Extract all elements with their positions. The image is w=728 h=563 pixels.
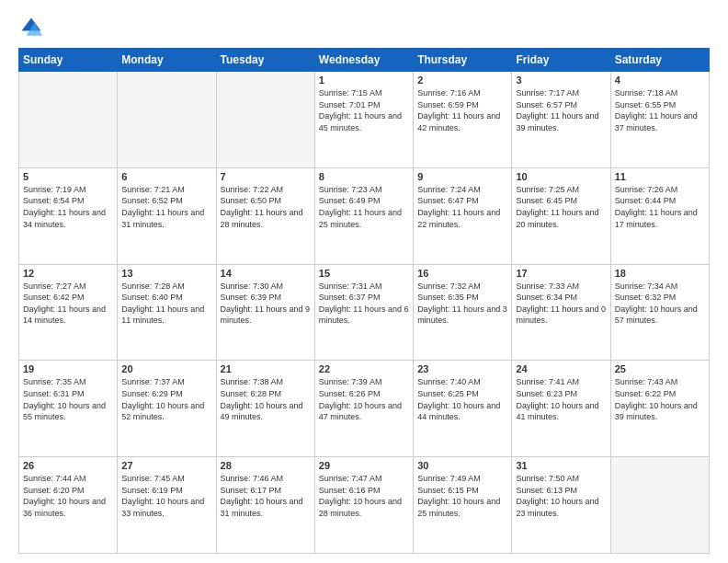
calendar-day: 9 Sunrise: 7:24 AM Sunset: 6:47 PM Dayli…: [414, 167, 512, 264]
day-info: Sunrise: 7:37 AM Sunset: 6:29 PM Dayligh…: [121, 376, 211, 422]
day-info: Sunrise: 7:15 AM Sunset: 7:01 PM Dayligh…: [319, 87, 409, 133]
calendar-day: 16 Sunrise: 7:32 AM Sunset: 6:35 PM Dayl…: [414, 264, 512, 361]
calendar-day: 7 Sunrise: 7:22 AM Sunset: 6:50 PM Dayli…: [216, 167, 314, 264]
calendar-week-3: 12 Sunrise: 7:27 AM Sunset: 6:42 PM Dayl…: [19, 264, 710, 361]
day-number: 18: [615, 268, 705, 279]
day-info: Sunrise: 7:45 AM Sunset: 6:19 PM Dayligh…: [121, 473, 211, 519]
calendar-week-5: 26 Sunrise: 7:44 AM Sunset: 6:20 PM Dayl…: [19, 457, 710, 554]
day-info: Sunrise: 7:23 AM Sunset: 6:49 PM Dayligh…: [319, 184, 409, 230]
calendar-day: [610, 457, 709, 554]
calendar-day: [19, 72, 118, 168]
calendar-day: 12 Sunrise: 7:27 AM Sunset: 6:42 PM Dayl…: [19, 264, 118, 361]
page: SundayMondayTuesdayWednesdayThursdayFrid…: [0, 0, 728, 563]
header: [18, 15, 710, 40]
day-number: 15: [319, 268, 409, 279]
day-info: Sunrise: 7:21 AM Sunset: 6:52 PM Dayligh…: [121, 184, 211, 230]
day-info: Sunrise: 7:47 AM Sunset: 6:16 PM Dayligh…: [319, 473, 409, 519]
day-info: Sunrise: 7:50 AM Sunset: 6:13 PM Dayligh…: [516, 473, 606, 519]
calendar-header-thursday: Thursday: [414, 49, 512, 72]
calendar-day: [216, 72, 314, 168]
calendar-day: 27 Sunrise: 7:45 AM Sunset: 6:19 PM Dayl…: [118, 457, 216, 554]
day-number: 4: [615, 75, 705, 86]
day-info: Sunrise: 7:32 AM Sunset: 6:35 PM Dayligh…: [417, 281, 507, 327]
day-info: Sunrise: 7:28 AM Sunset: 6:40 PM Dayligh…: [121, 281, 211, 327]
calendar-day: 4 Sunrise: 7:18 AM Sunset: 6:55 PM Dayli…: [610, 72, 709, 168]
calendar-day: 25 Sunrise: 7:43 AM Sunset: 6:22 PM Dayl…: [610, 361, 709, 457]
day-number: 31: [516, 460, 606, 471]
day-number: 11: [615, 171, 705, 182]
calendar-day: 8 Sunrise: 7:23 AM Sunset: 6:49 PM Dayli…: [314, 167, 413, 264]
calendar-day: 29 Sunrise: 7:47 AM Sunset: 6:16 PM Dayl…: [314, 457, 413, 554]
day-info: Sunrise: 7:16 AM Sunset: 6:59 PM Dayligh…: [417, 87, 507, 133]
day-number: 8: [319, 171, 409, 182]
calendar-day: 20 Sunrise: 7:37 AM Sunset: 6:29 PM Dayl…: [118, 361, 216, 457]
day-number: 12: [23, 268, 113, 279]
calendar-day: 11 Sunrise: 7:26 AM Sunset: 6:44 PM Dayl…: [610, 167, 709, 264]
day-number: 26: [23, 460, 113, 471]
day-number: 28: [221, 460, 311, 471]
day-number: 25: [615, 363, 705, 374]
day-number: 23: [417, 363, 507, 374]
day-info: Sunrise: 7:49 AM Sunset: 6:15 PM Dayligh…: [417, 473, 507, 519]
calendar-header-friday: Friday: [512, 49, 610, 72]
day-info: Sunrise: 7:17 AM Sunset: 6:57 PM Dayligh…: [516, 87, 606, 133]
calendar-day: 24 Sunrise: 7:41 AM Sunset: 6:23 PM Dayl…: [512, 361, 610, 457]
calendar-day: 28 Sunrise: 7:46 AM Sunset: 6:17 PM Dayl…: [216, 457, 314, 554]
calendar-header-saturday: Saturday: [610, 49, 709, 72]
calendar-day: 1 Sunrise: 7:15 AM Sunset: 7:01 PM Dayli…: [314, 72, 413, 168]
day-info: Sunrise: 7:44 AM Sunset: 6:20 PM Dayligh…: [23, 473, 113, 519]
day-info: Sunrise: 7:24 AM Sunset: 6:47 PM Dayligh…: [417, 184, 507, 230]
calendar-header-sunday: Sunday: [19, 49, 118, 72]
day-info: Sunrise: 7:39 AM Sunset: 6:26 PM Dayligh…: [319, 376, 409, 422]
calendar-day: 17 Sunrise: 7:33 AM Sunset: 6:34 PM Dayl…: [512, 264, 610, 361]
day-number: 2: [417, 75, 507, 86]
day-number: 30: [417, 460, 507, 471]
calendar-week-4: 19 Sunrise: 7:35 AM Sunset: 6:31 PM Dayl…: [19, 361, 710, 457]
calendar-week-2: 5 Sunrise: 7:19 AM Sunset: 6:54 PM Dayli…: [19, 167, 710, 264]
calendar-table: SundayMondayTuesdayWednesdayThursdayFrid…: [18, 48, 710, 554]
calendar-day: 19 Sunrise: 7:35 AM Sunset: 6:31 PM Dayl…: [19, 361, 118, 457]
calendar-header-monday: Monday: [118, 49, 216, 72]
calendar-day: 14 Sunrise: 7:30 AM Sunset: 6:39 PM Dayl…: [216, 264, 314, 361]
day-info: Sunrise: 7:31 AM Sunset: 6:37 PM Dayligh…: [319, 281, 409, 327]
day-info: Sunrise: 7:19 AM Sunset: 6:54 PM Dayligh…: [23, 184, 113, 230]
day-number: 20: [121, 363, 211, 374]
calendar-day: 15 Sunrise: 7:31 AM Sunset: 6:37 PM Dayl…: [314, 264, 413, 361]
day-number: 7: [221, 171, 311, 182]
day-number: 5: [23, 171, 113, 182]
day-info: Sunrise: 7:35 AM Sunset: 6:31 PM Dayligh…: [23, 376, 113, 422]
calendar-day: 31 Sunrise: 7:50 AM Sunset: 6:13 PM Dayl…: [512, 457, 610, 554]
day-number: 27: [121, 460, 211, 471]
calendar-header-row: SundayMondayTuesdayWednesdayThursdayFrid…: [19, 49, 710, 72]
calendar-day: 23 Sunrise: 7:40 AM Sunset: 6:25 PM Dayl…: [414, 361, 512, 457]
logo: [18, 15, 48, 40]
calendar-day: 26 Sunrise: 7:44 AM Sunset: 6:20 PM Dayl…: [19, 457, 118, 554]
day-number: 3: [516, 75, 606, 86]
logo-icon: [18, 15, 44, 40]
day-info: Sunrise: 7:33 AM Sunset: 6:34 PM Dayligh…: [516, 281, 606, 327]
calendar-day: 22 Sunrise: 7:39 AM Sunset: 6:26 PM Dayl…: [314, 361, 413, 457]
day-info: Sunrise: 7:34 AM Sunset: 6:32 PM Dayligh…: [615, 281, 705, 327]
day-info: Sunrise: 7:22 AM Sunset: 6:50 PM Dayligh…: [221, 184, 311, 230]
day-number: 29: [319, 460, 409, 471]
day-number: 14: [221, 268, 311, 279]
day-info: Sunrise: 7:30 AM Sunset: 6:39 PM Dayligh…: [221, 281, 311, 327]
day-number: 21: [221, 363, 311, 374]
calendar-day: 13 Sunrise: 7:28 AM Sunset: 6:40 PM Dayl…: [118, 264, 216, 361]
day-info: Sunrise: 7:27 AM Sunset: 6:42 PM Dayligh…: [23, 281, 113, 327]
calendar-day: [118, 72, 216, 168]
calendar-day: 2 Sunrise: 7:16 AM Sunset: 6:59 PM Dayli…: [414, 72, 512, 168]
calendar-day: 18 Sunrise: 7:34 AM Sunset: 6:32 PM Dayl…: [610, 264, 709, 361]
day-number: 10: [516, 171, 606, 182]
day-info: Sunrise: 7:18 AM Sunset: 6:55 PM Dayligh…: [615, 87, 705, 133]
calendar-week-1: 1 Sunrise: 7:15 AM Sunset: 7:01 PM Dayli…: [19, 72, 710, 168]
day-number: 17: [516, 268, 606, 279]
day-info: Sunrise: 7:40 AM Sunset: 6:25 PM Dayligh…: [417, 376, 507, 422]
day-number: 22: [319, 363, 409, 374]
calendar-day: 10 Sunrise: 7:25 AM Sunset: 6:45 PM Dayl…: [512, 167, 610, 264]
calendar-header-tuesday: Tuesday: [216, 49, 314, 72]
calendar-day: 5 Sunrise: 7:19 AM Sunset: 6:54 PM Dayli…: [19, 167, 118, 264]
day-number: 16: [417, 268, 507, 279]
day-number: 24: [516, 363, 606, 374]
day-info: Sunrise: 7:26 AM Sunset: 6:44 PM Dayligh…: [615, 184, 705, 230]
